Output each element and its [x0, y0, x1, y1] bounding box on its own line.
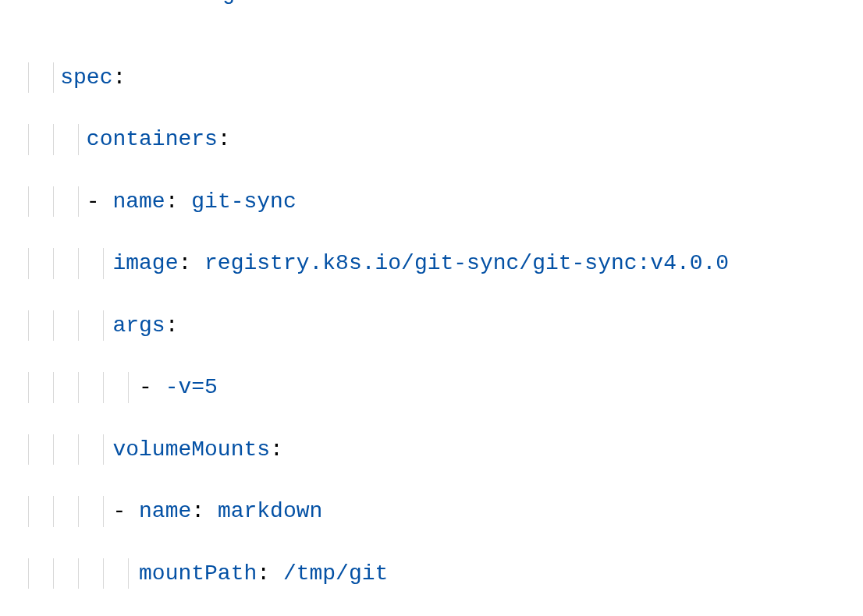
vm0-name: markdown [218, 499, 322, 523]
truncated-line-fragment-right: ---g [183, 0, 235, 9]
yaml-key-volumemounts: volumeMounts [112, 437, 270, 462]
arg-0: -v=5 [165, 375, 218, 399]
image-value: registry.k8s.io/git-sync/git-sync:v4.0.0 [204, 251, 729, 275]
yaml-key-name: name [112, 189, 165, 214]
container-name: git-sync [191, 189, 296, 214]
truncated-line-fragment-left: ...... [103, 0, 186, 9]
yaml-key-containers: containers [87, 127, 218, 151]
yaml-key-spec: spec [60, 65, 112, 90]
yaml-key-mountpath-0: mountPath [139, 561, 257, 586]
yaml-key-name-vm0: name [139, 499, 191, 523]
vm0-path: /tmp/git [283, 561, 388, 586]
yaml-key-args: args [112, 313, 165, 338]
yaml-code-block: ......---g spec: containers: - name: git… [0, 0, 863, 616]
yaml-key-image: image [112, 251, 178, 275]
